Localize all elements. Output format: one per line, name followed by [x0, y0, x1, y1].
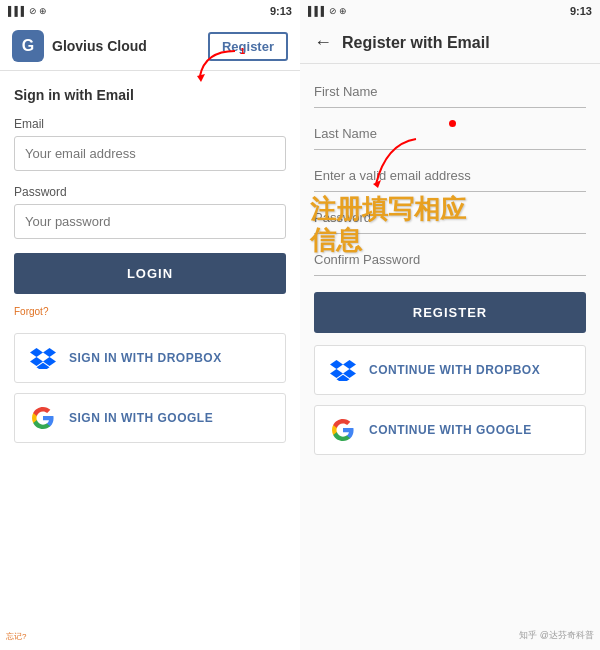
first-name-input[interactable]: [314, 76, 586, 108]
email-label: Email: [14, 117, 286, 131]
password-label: Password: [14, 185, 286, 199]
signal-icon-right: ▌▌▌: [308, 6, 327, 16]
left-form-content: Sign in with Email Email Password LOGIN …: [0, 71, 300, 650]
register-title: Register with Email: [342, 34, 490, 52]
register-submit-button[interactable]: REGISTER: [314, 292, 586, 333]
status-icons-right: ▌▌▌ ⊘ ⊕: [308, 6, 347, 16]
google-icon: [29, 404, 57, 432]
status-bar-right: ▌▌▌ ⊘ ⊕ 9:13: [300, 0, 600, 22]
header-right: ← Register with Email: [300, 22, 600, 64]
wifi-icon-right: ⊘: [329, 6, 337, 16]
dropbox-icon: [29, 344, 57, 372]
dropbox-icon-right: [329, 356, 357, 384]
signal-icon: ▌▌▌: [8, 6, 27, 16]
wifi-icon: ⊘: [29, 6, 37, 16]
last-name-input[interactable]: [314, 118, 586, 150]
password-input[interactable]: [14, 204, 286, 239]
logo-area: G Glovius Cloud: [12, 30, 147, 62]
login-button[interactable]: LOGIN: [14, 253, 286, 294]
network-icon: ⊕: [39, 6, 47, 16]
register-password-input[interactable]: [314, 202, 586, 234]
status-bar-left: ▌▌▌ ⊘ ⊕ 9:13: [0, 0, 300, 22]
app-name: Glovius Cloud: [52, 38, 147, 54]
forgot-link[interactable]: Forgot?: [14, 306, 286, 317]
register-form-content: 注册填写相应 信息 REGISTER CONTINUE WITH DROPBOX: [300, 64, 600, 650]
forgot-label-watermark: 忘记?: [6, 631, 26, 642]
google-continue-label: CONTINUE WITH GOOGLE: [369, 423, 532, 437]
app-logo: G: [12, 30, 44, 62]
back-button[interactable]: ←: [314, 32, 332, 53]
register-button[interactable]: Register: [208, 32, 288, 61]
confirm-password-input[interactable]: [314, 244, 586, 276]
sign-in-title: Sign in with Email: [14, 87, 286, 103]
google-continue-button[interactable]: CONTINUE WITH GOOGLE: [314, 405, 586, 455]
google-signin-label: SIGN IN WITH GOOGLE: [69, 411, 213, 425]
time-right: 9:13: [570, 5, 592, 17]
right-panel: ▌▌▌ ⊘ ⊕ 9:13 ← Register with Email 注册填写相…: [300, 0, 600, 650]
header-left: G Glovius Cloud Register 1: [0, 22, 300, 71]
dropbox-signin-button[interactable]: SIGN IN WITH DROPBOX: [14, 333, 286, 383]
dropbox-continue-button[interactable]: CONTINUE WITH DROPBOX: [314, 345, 586, 395]
status-icons-left: ▌▌▌ ⊘ ⊕: [8, 6, 47, 16]
watermark: 知乎 @达芬奇科普: [519, 629, 594, 642]
dropbox-continue-label: CONTINUE WITH DROPBOX: [369, 363, 540, 377]
left-panel: ▌▌▌ ⊘ ⊕ 9:13 G Glovius Cloud Register 1 …: [0, 0, 300, 650]
google-icon-right: [329, 416, 357, 444]
google-signin-button[interactable]: SIGN IN WITH GOOGLE: [14, 393, 286, 443]
time-left: 9:13: [270, 5, 292, 17]
register-email-input[interactable]: [314, 160, 586, 192]
dropbox-signin-label: SIGN IN WITH DROPBOX: [69, 351, 222, 365]
network-icon-right: ⊕: [339, 6, 347, 16]
email-input[interactable]: [14, 136, 286, 171]
